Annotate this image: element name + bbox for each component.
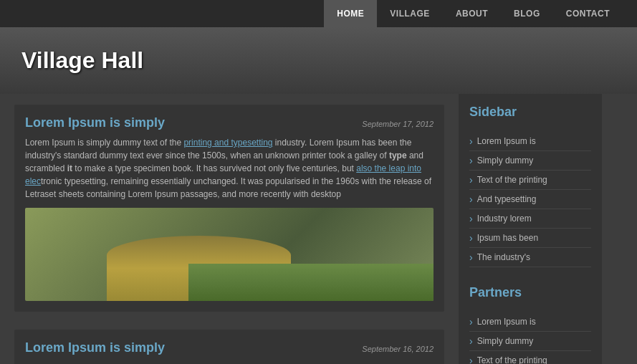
sidebar-item-4[interactable]: And typesetting xyxy=(469,190,591,209)
sidebar-item-3[interactable]: Text of the printing xyxy=(469,171,591,190)
post-1-link1[interactable]: printing and typesetting xyxy=(183,138,272,148)
post-2-header: Lorem Ipsum is simply September 16, 2012 xyxy=(25,340,434,355)
sidebar-section-partners: Partners Lorem Ipsum is Simply dummy Tex… xyxy=(469,285,591,364)
sidebar-item-6[interactable]: Ipsum has been xyxy=(469,229,591,248)
post-1-title[interactable]: Lorem Ipsum is simply xyxy=(25,115,165,130)
sidebar-item-1[interactable]: Lorem Ipsum is xyxy=(469,132,591,151)
nav-about[interactable]: ABOUT xyxy=(443,0,501,27)
post-2-date: September 16, 2012 xyxy=(362,345,434,353)
nav-home[interactable]: HOME xyxy=(324,0,377,27)
sidebar-item-5[interactable]: Industry lorem xyxy=(469,209,591,229)
sidebar-item-2[interactable]: Simply dummy xyxy=(469,151,591,171)
main-wrapper: Lorem Ipsum is simply September 17, 2012… xyxy=(0,94,637,364)
sidebar-partners-title: Partners xyxy=(469,285,591,304)
post-2: Lorem Ipsum is simply September 16, 2012… xyxy=(14,330,444,364)
post-2-text: Lorem Ipsum is simply dummy text of the … xyxy=(25,361,434,364)
post-1-header: Lorem Ipsum is simply September 17, 2012 xyxy=(25,115,434,130)
sidebar-partner-1[interactable]: Lorem Ipsum is xyxy=(469,312,591,332)
post-2-title[interactable]: Lorem Ipsum is simply xyxy=(25,340,165,355)
sidebar-partner-2[interactable]: Simply dummy xyxy=(469,332,591,351)
content-area: Lorem Ipsum is simply September 17, 2012… xyxy=(0,94,459,364)
sidebar-partner-3[interactable]: Text of the printing xyxy=(469,351,591,364)
post-1-link2[interactable]: also the leap into elec xyxy=(25,163,421,186)
sidebar-section-main: Sidebar Lorem Ipsum is Simply dummy Text… xyxy=(469,105,591,267)
post-1-date: September 17, 2012 xyxy=(362,120,434,128)
nav-contact[interactable]: CONTACT xyxy=(553,0,623,27)
sidebar: Sidebar Lorem Ipsum is Simply dummy Text… xyxy=(459,94,602,364)
site-title: Village Hall xyxy=(21,47,616,74)
nav-village[interactable]: VILLAGE xyxy=(377,0,443,27)
sidebar-main-title: Sidebar xyxy=(469,105,591,123)
site-header: Village Hall xyxy=(0,27,637,94)
sidebar-item-7[interactable]: The industry's xyxy=(469,248,591,267)
post-1-text: Lorem Ipsum is simply dummy text of the … xyxy=(25,136,434,201)
post-1: Lorem Ipsum is simply September 17, 2012… xyxy=(14,105,444,312)
main-nav: HOME VILLAGE ABOUT BLOG CONTACT xyxy=(0,0,637,27)
nav-blog[interactable]: BLOG xyxy=(501,0,553,27)
post-1-image xyxy=(25,208,434,301)
